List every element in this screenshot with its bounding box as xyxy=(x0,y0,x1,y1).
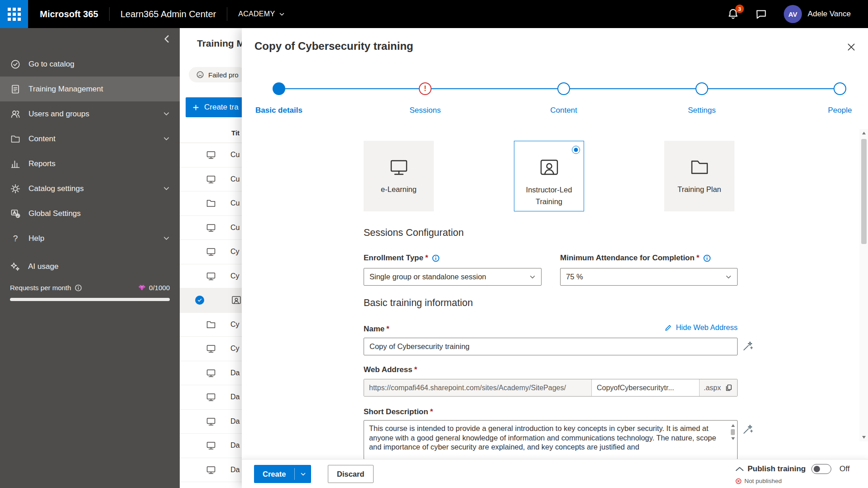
selected-check-icon[interactable] xyxy=(195,296,204,305)
sidebar-item-help[interactable]: ? Help xyxy=(0,226,180,251)
table-row[interactable]: Cy xyxy=(180,337,242,361)
name-input[interactable] xyxy=(364,338,738,355)
folder-icon xyxy=(10,134,21,144)
sidebar-item-content[interactable]: Content xyxy=(0,126,180,151)
sidebar-item-go-to-catalog[interactable]: Go to catalog xyxy=(0,52,180,77)
scroll-down-icon[interactable] xyxy=(731,437,735,440)
tenant-switcher[interactable]: ACADEMY xyxy=(238,10,285,18)
scroll-up-icon[interactable] xyxy=(862,132,866,134)
sidebar-item-label: Content xyxy=(29,134,56,144)
table-row-selected[interactable]: Cy xyxy=(180,288,242,313)
monitor-icon xyxy=(206,222,216,233)
sidebar-nav: Go to catalog Training Management Users … xyxy=(0,28,180,251)
step-content[interactable] xyxy=(557,82,570,95)
edit-training-panel: Copy of Cybersecurity training ! Basic d… xyxy=(242,28,868,488)
ai-wand-icon[interactable] xyxy=(742,424,753,435)
publish-toggle[interactable] xyxy=(811,464,831,474)
table-row[interactable]: Cu xyxy=(180,143,242,167)
type-card-training-plan[interactable]: Training Plan xyxy=(664,141,734,211)
requests-progress-bar xyxy=(10,298,170,301)
web-address-slug-input[interactable]: CopyofCybersecuritytr... xyxy=(591,379,699,396)
column-title[interactable]: Tit xyxy=(231,123,240,143)
step-label-sessions[interactable]: Sessions xyxy=(410,106,441,115)
table-row[interactable]: Cu xyxy=(180,167,242,192)
create-training-button[interactable]: Create tra xyxy=(186,97,242,117)
scroll-down-icon[interactable] xyxy=(862,436,866,439)
plus-icon xyxy=(192,104,199,111)
sidebar-item-users-and-groups[interactable]: Users and groups xyxy=(0,101,180,126)
scrollbar-thumb[interactable] xyxy=(731,429,735,435)
table-row[interactable]: Da xyxy=(180,458,242,483)
info-icon[interactable] xyxy=(703,254,711,262)
step-sessions[interactable]: ! xyxy=(419,82,432,95)
required-mark: * xyxy=(425,254,428,263)
sidebar-item-ai-usage[interactable]: AI usage xyxy=(10,257,170,277)
sidebar-item-label: AI usage xyxy=(28,262,58,271)
gem-icon xyxy=(138,284,146,291)
type-card-instructor-led[interactable]: Instructor-Led Training xyxy=(514,141,584,211)
topbar-actions: 3 AV Adele Vance xyxy=(727,5,851,23)
alert-text: Failed pro xyxy=(208,71,239,79)
info-icon[interactable] xyxy=(432,254,440,262)
folder-icon xyxy=(206,198,216,209)
step-people[interactable] xyxy=(834,82,846,95)
requests-value-wrap: 0/1000 xyxy=(138,284,170,292)
chat-button[interactable] xyxy=(755,8,767,20)
required-mark: * xyxy=(430,407,433,416)
table-row[interactable]: Da xyxy=(180,410,242,434)
enrollment-type-dropdown[interactable]: Single group or standalone session xyxy=(364,268,542,286)
collapse-up-icon[interactable] xyxy=(735,466,744,472)
chevron-down-icon xyxy=(163,135,170,142)
training-table: Cu Cu Cu Cu Cy Cy Cy Cy Cy Da Da Da Da D… xyxy=(180,143,242,482)
step-basic-details[interactable] xyxy=(273,82,285,95)
table-row[interactable]: Da xyxy=(180,434,242,458)
step-label-people[interactable]: People xyxy=(828,106,852,115)
failed-processing-alert[interactable]: Failed pro xyxy=(189,67,242,82)
table-row[interactable]: Cy xyxy=(180,313,242,337)
chevron-left-icon xyxy=(162,34,172,44)
sidebar-item-global-settings[interactable]: Global Settings xyxy=(0,201,180,226)
sidebar-collapse-button[interactable] xyxy=(162,34,172,44)
sad-face-icon xyxy=(196,71,204,79)
app-launcher-button[interactable] xyxy=(0,0,28,28)
create-button[interactable]: Create xyxy=(254,465,294,483)
type-card-elearning[interactable]: e-Learning xyxy=(364,141,434,211)
sidebar-item-reports[interactable]: Reports xyxy=(0,151,180,176)
chevron-down-icon xyxy=(725,274,732,280)
table-row[interactable]: Cu xyxy=(180,216,242,240)
discard-button[interactable]: Discard xyxy=(328,465,374,483)
step-label-basic-details[interactable]: Basic details xyxy=(255,106,302,115)
table-row[interactable]: Cy xyxy=(180,264,242,289)
sidebar-item-label: Catalog settings xyxy=(29,184,84,193)
notifications-button[interactable]: 3 xyxy=(727,8,739,20)
web-address-base: https://compafi464.sharepoint.com/sites/… xyxy=(364,379,591,396)
translate-icon xyxy=(10,208,21,219)
app-window: Microsoft 365 Learn365 Admin Center ACAD… xyxy=(0,0,868,488)
step-label-settings[interactable]: Settings xyxy=(688,106,715,115)
minimum-attendance-dropdown[interactable]: 75 % xyxy=(560,268,738,286)
monitor-icon xyxy=(206,246,216,257)
required-mark: * xyxy=(386,325,389,334)
sidebar-item-training-management[interactable]: Training Management xyxy=(0,77,180,101)
radio-selected-icon[interactable] xyxy=(572,146,580,154)
avatar[interactable]: AV xyxy=(784,5,802,23)
sidebar-item-label: Global Settings xyxy=(29,209,81,218)
sidebar-item-catalog-settings[interactable]: Catalog settings xyxy=(0,176,180,201)
table-row[interactable]: Da xyxy=(180,361,242,386)
table-row[interactable]: Da xyxy=(180,385,242,410)
topbar-divider xyxy=(227,7,227,21)
copy-icon[interactable] xyxy=(725,384,733,392)
table-row[interactable]: Cu xyxy=(180,191,242,216)
info-icon[interactable] xyxy=(75,284,82,292)
close-icon[interactable] xyxy=(846,42,856,52)
ai-wand-icon[interactable] xyxy=(742,340,753,352)
create-menu-button[interactable] xyxy=(295,465,311,483)
table-row[interactable]: Cy xyxy=(180,240,242,264)
step-settings[interactable] xyxy=(695,82,708,95)
toggle-knob xyxy=(814,466,820,472)
step-label-content[interactable]: Content xyxy=(550,106,577,115)
scroll-up-icon[interactable] xyxy=(731,424,735,427)
scrollbar-thumb[interactable] xyxy=(861,139,867,244)
short-description-textarea[interactable]: This course is intended to provide a gen… xyxy=(364,421,737,459)
hide-web-address-link[interactable]: Hide Web Address xyxy=(664,323,738,332)
